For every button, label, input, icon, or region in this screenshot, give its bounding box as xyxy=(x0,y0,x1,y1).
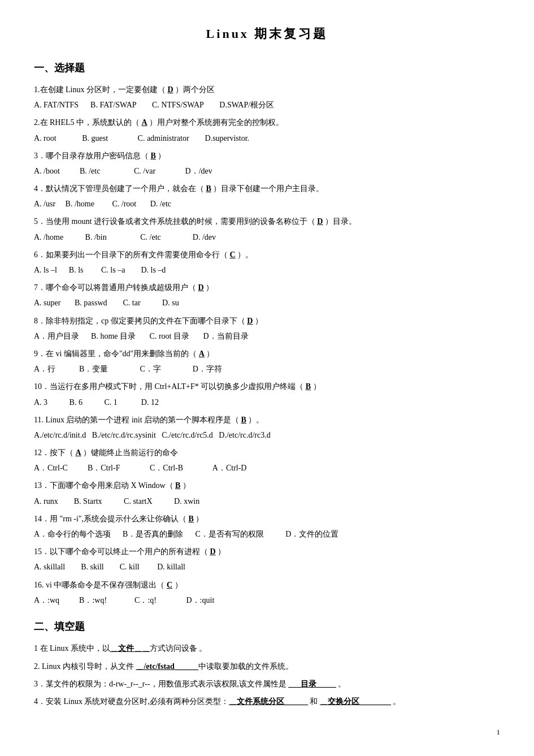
question-7: 7．哪个命令可以将普通用户转换成超级用户（ D ） A. super B. pa… xyxy=(34,280,500,310)
section-fill-blank: 二、填空题 1 在 Linux 系统中，以＿文件＿＿方式访问设备 。 2. Li… xyxy=(34,617,500,709)
question-2: 2.在 RHEL5 中，系统默认的（ A ）用户对整个系统拥有完全的控制权。 A… xyxy=(34,115,500,145)
question-4: 4．默认情况下管理员创建了一个用户，就会在（ B ）目录下创建一个用户主目录。 … xyxy=(34,182,500,211)
question-3: 3．哪个目录存放用户密码信息（ B ） A. /boot B. /etc C. … xyxy=(34,149,500,178)
question-9: 9．在 vi 编辑器里，命令"dd"用来删除当前的（ A ） A．行 B．变量 … xyxy=(34,347,500,376)
question-14: 14．用 "rm -i",系统会提示什么来让你确认（ B ） A．命令行的每个选… xyxy=(34,512,500,541)
page-number: 1 xyxy=(34,725,500,738)
section2-title: 二、填空题 xyxy=(34,617,500,636)
question-8: 8．除非特别指定，cp 假定要拷贝的文件在下面哪个目录下（ D ） A．用户目录… xyxy=(34,314,500,343)
page-title: Linux 期末复习题 xyxy=(34,23,500,45)
question-11: 11. Linux 启动的第一个进程 init 启动的第一个脚本程序是（ B ）… xyxy=(34,413,500,442)
question-5: 5．当使用 mount 进行设备或者文件系统挂载的时候，需要用到的设备名称位于（… xyxy=(34,214,500,244)
question-15: 15．以下哪个命令可以终止一个用户的所有进程（ D ） A. skillall … xyxy=(34,545,500,574)
fill-question-2: 2. Linux 内核引导时，从文件 ＿/etc/fstad______中读取要… xyxy=(34,659,500,673)
question-6: 6．如果要列出一个目录下的所有文件需要使用命令行（ C ）。 A. ls –l … xyxy=(34,248,500,277)
fill-question-3: 3．某文件的权限为：d-rw-_r--_r--，用数值形式表示该权限,该文件属性… xyxy=(34,677,500,691)
section-multiple-choice: 一、选择题 1.在创建 Linux 分区时，一定要创建（ D ）两个分区 A. … xyxy=(34,59,500,607)
fill-question-4: 4．安装 Linux 系统对硬盘分区时,必须有两种分区类型：＿文件系统分区___… xyxy=(34,694,500,709)
question-13: 13．下面哪个命令用来启动 X Window（ B ） A. runx B. S… xyxy=(34,478,500,508)
question-1: 1.在创建 Linux 分区时，一定要创建（ D ）两个分区 A. FAT/NT… xyxy=(34,83,500,112)
question-16: 16. vi 中哪条命令是不保存强制退出（ C ） A．:wq B．:wq! C… xyxy=(34,578,500,607)
section1-title: 一、选择题 xyxy=(34,59,500,77)
fill-question-1: 1 在 Linux 系统中，以＿文件＿＿方式访问设备 。 xyxy=(34,641,500,655)
question-10: 10．当运行在多用户模式下时，用 Ctrl+ALT+F* 可以切换多少虚拟用户终… xyxy=(34,379,500,409)
question-12: 12．按下（ A ）键能终止当前运行的命令 A．Ctrl-C B．Ctrl-F … xyxy=(34,446,500,475)
